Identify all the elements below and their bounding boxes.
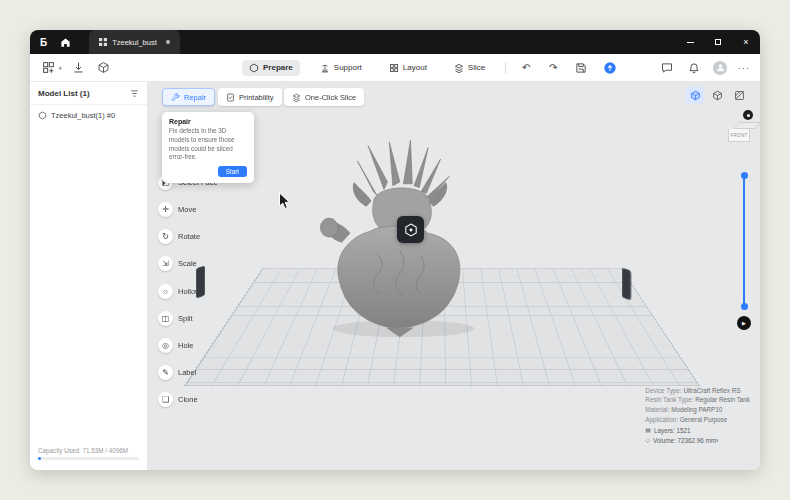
tab-slice[interactable]: Slice [447, 60, 492, 76]
repair-start-button[interactable]: Start [218, 166, 247, 177]
toolbar-separator [505, 62, 506, 74]
volume-icon: ◇ [645, 436, 650, 445]
info-layers: ▤ Layers: 1521 [645, 426, 750, 436]
model-list-item[interactable]: Tzeekul_bust(1) #0 [30, 105, 147, 126]
tool-clone[interactable]: ❏ Clone [158, 392, 198, 407]
app-logo-icon: Ƃ [40, 37, 47, 48]
printability-button-label: Printability [239, 93, 274, 102]
layout-icon [389, 63, 399, 73]
feedback-icon[interactable] [659, 60, 675, 76]
tool-rotate[interactable]: ↻ Rotate [158, 229, 200, 244]
repair-button-label: Repair [184, 93, 206, 102]
tool-move[interactable]: ✛ Move [158, 202, 196, 217]
close-button[interactable]: × [732, 30, 760, 54]
play-preview-button[interactable]: ▶ [737, 316, 751, 330]
view-cube[interactable]: FRONT [728, 122, 755, 142]
workflow-tabs: Prepare Support Layout Slice [242, 60, 618, 76]
repair-tooltip-title: Repair [169, 118, 247, 125]
view-mode-group [686, 87, 748, 104]
layer-slider-top-handle[interactable] [741, 172, 748, 179]
layer-slider[interactable] [740, 172, 748, 310]
notification-bell-icon[interactable] [686, 60, 702, 76]
tab-slice-label: Slice [468, 63, 485, 72]
model-list-panel: Model List (1) Tzeekul_bust(1) #0 Capaci… [30, 82, 148, 470]
minimize-button[interactable] [676, 30, 704, 54]
titlebar: Ƃ Tzeekul_bust × [30, 30, 760, 54]
view-mode-xray-icon[interactable] [730, 87, 748, 104]
printability-button[interactable]: Printability [218, 88, 282, 106]
info-device-type: Device Type: UltraCraft Reflex RS [645, 386, 750, 396]
redo-icon[interactable]: ↷ [546, 63, 560, 73]
camera-toggle-icon[interactable] [743, 110, 753, 120]
more-options-icon[interactable]: ··· [738, 63, 750, 73]
loading-logo-badge [397, 216, 424, 243]
workspace-grid-icon [99, 38, 107, 46]
cloud-sync-icon[interactable] [602, 60, 618, 76]
tool-scale[interactable]: ⇲ Scale [158, 256, 197, 271]
app-window: Ƃ Tzeekul_bust × ▾ [30, 30, 760, 470]
save-icon[interactable] [573, 60, 589, 76]
view-mode-solid-icon[interactable] [686, 87, 704, 104]
tab-prepare[interactable]: Prepare [242, 60, 300, 76]
model-list-item-label: Tzeekul_bust(1) #0 [51, 111, 115, 120]
unsaved-indicator-dot [166, 40, 170, 44]
clone-icon: ❏ [158, 392, 173, 407]
view-cube-top-face[interactable] [733, 122, 760, 129]
hole-icon: ◎ [158, 338, 173, 353]
tab-support[interactable]: Support [313, 60, 369, 76]
add-model-icon[interactable] [40, 60, 56, 76]
info-volume: ◇ Volume: 72362.96 mm³ [645, 436, 750, 446]
tab-layout[interactable]: Layout [382, 60, 434, 76]
split-icon: ◫ [158, 311, 173, 326]
view-mode-wireframe-icon[interactable] [708, 87, 726, 104]
support-icon [320, 63, 330, 73]
filter-icon[interactable] [130, 89, 139, 98]
viewport-3d[interactable]: Repair Printability One-Click Slice Repa… [148, 82, 760, 470]
layers-icon: ▤ [645, 426, 651, 435]
capacity-label: Capacity Used: 71.53M / 4096M [38, 447, 139, 454]
info-resin-tank: Resin Tank Type: Regular Resin Tank [645, 395, 750, 405]
model-list-title: Model List (1) [38, 89, 90, 98]
repair-button[interactable]: Repair [162, 88, 215, 106]
home-icon[interactable] [55, 30, 75, 54]
one-click-slice-icon [292, 93, 301, 102]
hollow-icon: ○ [158, 284, 173, 299]
maximize-button[interactable] [704, 30, 732, 54]
add-model-caret-icon[interactable]: ▾ [59, 65, 62, 71]
tool-hollow[interactable]: ○ Hollow [158, 284, 201, 299]
print-info-panel: Device Type: UltraCraft Reflex RS Resin … [645, 386, 750, 447]
document-tab-label: Tzeekul_bust [112, 38, 157, 47]
printability-icon [226, 93, 235, 102]
prepare-icon [249, 63, 259, 73]
import-icon[interactable] [71, 60, 87, 76]
repair-icon [171, 93, 180, 102]
tab-support-label: Support [334, 63, 362, 72]
capacity-progressbar [38, 457, 139, 460]
tool-split[interactable]: ◫ Split [158, 311, 193, 326]
repair-tooltip: Repair Fix defects in the 3D models to e… [162, 112, 254, 183]
label-icon: ✎ [158, 365, 173, 380]
rotate-icon: ↻ [158, 229, 173, 244]
one-click-slice-button[interactable]: One-Click Slice [284, 88, 364, 106]
view-cube-front-face[interactable]: FRONT [728, 129, 750, 142]
model-hexagon-icon [38, 111, 47, 120]
move-icon: ✛ [158, 202, 173, 217]
menubar: ▾ Prepare Support [30, 54, 760, 82]
plate-handle-right [622, 268, 631, 301]
document-tab[interactable]: Tzeekul_bust [89, 30, 180, 54]
capacity-footer: Capacity Used: 71.53M / 4096M [38, 447, 139, 460]
info-application: Application: General Purpose [645, 415, 750, 425]
info-material: Material: Modeling PARP10 [645, 405, 750, 415]
tab-prepare-label: Prepare [263, 63, 293, 72]
scale-icon: ⇲ [158, 256, 173, 271]
one-click-slice-button-label: One-Click Slice [305, 93, 356, 102]
tool-hole[interactable]: ◎ Hole [158, 338, 193, 353]
undo-icon[interactable]: ↶ [519, 63, 533, 73]
layer-slider-bottom-handle[interactable] [741, 303, 748, 310]
model-library-icon[interactable] [96, 60, 112, 76]
user-avatar[interactable] [713, 61, 727, 75]
slice-icon [454, 63, 464, 73]
tool-label[interactable]: ✎ Label [158, 365, 196, 380]
tab-layout-label: Layout [403, 63, 427, 72]
layer-slider-track[interactable] [743, 176, 745, 306]
